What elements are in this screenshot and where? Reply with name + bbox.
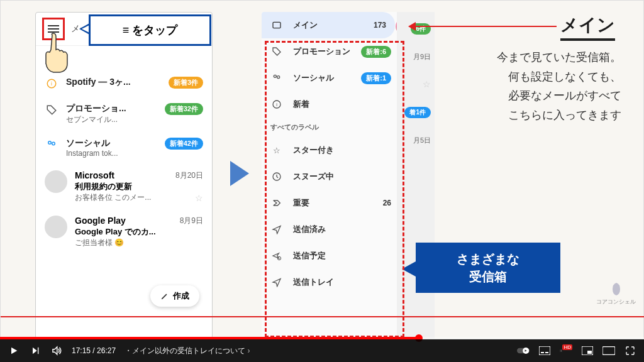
drawer-item-outbox[interactable]: 送信トレイ bbox=[262, 269, 400, 295]
pointing-hand-icon bbox=[40, 32, 74, 76]
play-button[interactable] bbox=[8, 344, 20, 357]
clock-icon bbox=[270, 170, 283, 183]
tag-icon bbox=[270, 45, 283, 58]
theater-button[interactable] bbox=[602, 344, 615, 357]
tag-icon bbox=[45, 103, 58, 117]
svg-point-3 bbox=[52, 142, 55, 145]
email-googleplay[interactable]: Google Play8月9日 Google Play でのカ... ご担当者様… bbox=[36, 209, 212, 255]
badge-new: 新着42件 bbox=[165, 138, 203, 150]
chevron-icon bbox=[270, 197, 283, 209]
next-button[interactable] bbox=[29, 344, 42, 357]
settings-button[interactable]: HD bbox=[560, 344, 572, 357]
avatar bbox=[45, 216, 67, 238]
captions-button[interactable] bbox=[538, 344, 551, 357]
svg-rect-14 bbox=[541, 352, 544, 353]
send-icon bbox=[270, 223, 283, 236]
people-icon bbox=[45, 138, 58, 151]
svg-point-5 bbox=[274, 75, 276, 77]
svg-text:i: i bbox=[51, 81, 52, 87]
drawer-item-starred[interactable]: ☆ スター付き bbox=[262, 137, 400, 163]
inbox-icon bbox=[270, 19, 283, 31]
chapter-title[interactable]: ・メイン以外の受信トレイについて › bbox=[125, 346, 250, 356]
arrow-line bbox=[412, 26, 557, 27]
email-microsoft[interactable]: Microsoft8月20日 利用規約の更新 お客様各位 このメー...☆ bbox=[36, 164, 212, 209]
red-guideline bbox=[1, 316, 644, 317]
miniplayer-button[interactable] bbox=[581, 344, 594, 357]
schedule-send-icon bbox=[270, 250, 283, 262]
volume-button[interactable] bbox=[50, 344, 63, 357]
compose-button[interactable]: 作成 bbox=[150, 285, 199, 307]
svg-rect-19 bbox=[602, 347, 615, 355]
drawer-item-main[interactable]: メイン 173 bbox=[262, 12, 395, 38]
fullscreen-button[interactable] bbox=[624, 344, 636, 357]
main-title: メイン bbox=[560, 13, 615, 41]
drawer-item-sent[interactable]: 送信済み bbox=[262, 216, 400, 243]
svg-point-16 bbox=[561, 350, 562, 351]
drawer-item-promo[interactable]: プロモーション 新着:6 bbox=[262, 38, 400, 65]
tap-instruction-callout: ≡ をタップ bbox=[89, 14, 211, 46]
inbox-item-promo[interactable]: プロモーショ...セブンマイル... 新着32件 bbox=[36, 97, 212, 131]
arrow-right-icon bbox=[227, 158, 252, 192]
badge-new: 新着32件 bbox=[165, 103, 203, 115]
drawer-item-new[interactable]: i 新着 bbox=[262, 91, 400, 118]
svg-text:i: i bbox=[276, 102, 277, 107]
explanation-text: 今まで見ていた受信箱。 何も設定しなくても、 必要なメールがすべて こちらに入っ… bbox=[439, 48, 621, 124]
drawer-item-social[interactable]: ソーシャル 新着:1 bbox=[262, 65, 400, 91]
svg-rect-15 bbox=[545, 352, 548, 353]
arrow-head-icon bbox=[408, 22, 416, 31]
info-icon: i bbox=[45, 77, 58, 90]
drawer-item-scheduled[interactable]: 送信予定 bbox=[262, 243, 400, 269]
drawer-item-important[interactable]: 重要 26 bbox=[262, 190, 400, 216]
svg-point-6 bbox=[277, 76, 280, 79]
svg-rect-4 bbox=[273, 22, 280, 28]
svg-rect-13 bbox=[539, 346, 550, 355]
brand-logo: コアコンシェル bbox=[596, 282, 636, 306]
svg-rect-18 bbox=[587, 351, 592, 354]
outbox-icon bbox=[270, 276, 283, 288]
inbox-item-social[interactable]: ソーシャルInstagram tok... 新着42件 bbox=[36, 131, 212, 164]
info-icon: i bbox=[270, 98, 283, 111]
people-icon bbox=[270, 72, 283, 84]
video-player-bar: 17:15 / 26:27 ・メイン以外の受信トレイについて › HD bbox=[0, 339, 644, 362]
avatar bbox=[45, 170, 67, 193]
pencil-icon bbox=[160, 292, 169, 300]
blue-callout: さまざまな 受信箱 bbox=[416, 243, 560, 293]
badge-new: 新着3件 bbox=[169, 77, 203, 89]
autoplay-toggle[interactable] bbox=[517, 344, 530, 357]
drawer-section-label: すべてのラベル bbox=[262, 118, 400, 137]
time-display: 17:15 / 26:27 bbox=[72, 346, 116, 355]
svg-point-2 bbox=[48, 141, 52, 145]
star-icon[interactable]: ☆ bbox=[195, 193, 203, 203]
drawer-item-snoozed[interactable]: スヌーズ中 bbox=[262, 163, 400, 190]
star-icon: ☆ bbox=[270, 144, 283, 156]
blue-callout-arrow bbox=[402, 261, 416, 277]
